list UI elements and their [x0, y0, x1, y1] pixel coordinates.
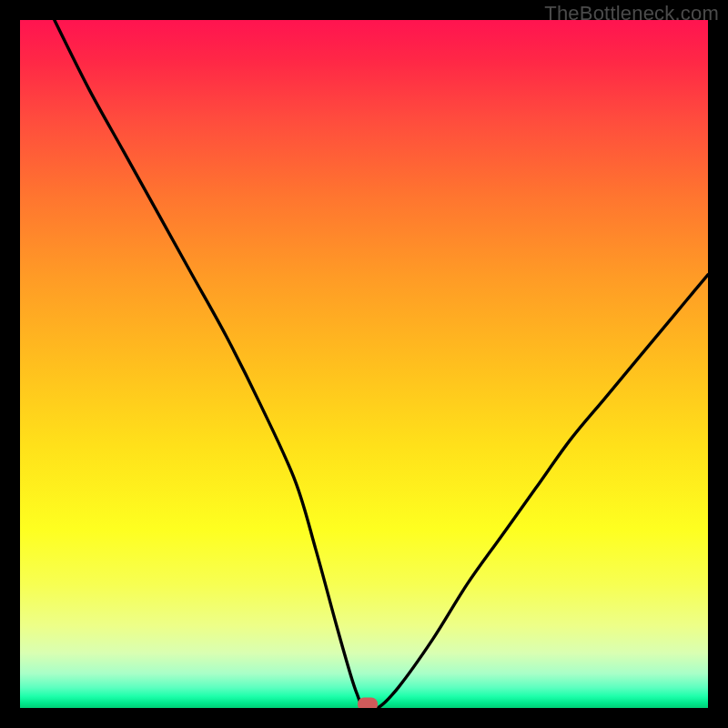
watermark-text: TheBottleneck.com: [544, 2, 719, 25]
curve-path: [55, 20, 708, 708]
chart-frame: TheBottleneck.com: [0, 0, 728, 728]
optimum-marker: [358, 698, 378, 708]
bottleneck-curve: [20, 20, 708, 708]
plot-area: [20, 20, 708, 708]
